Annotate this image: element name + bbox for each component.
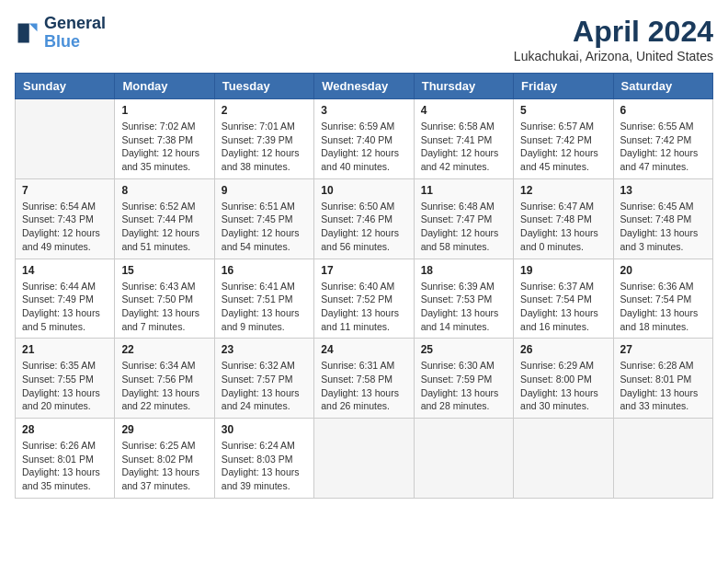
calendar-cell	[16, 99, 115, 179]
day-number: 3	[321, 104, 406, 117]
day-info: Sunrise: 7:02 AMSunset: 7:38 PMDaylight:…	[121, 120, 207, 174]
day-info: Sunrise: 6:40 AMSunset: 7:52 PMDaylight:…	[321, 280, 406, 334]
day-number: 2	[222, 104, 307, 117]
calendar-cell: 3Sunrise: 6:59 AMSunset: 7:40 PMDaylight…	[314, 99, 414, 179]
day-info: Sunrise: 6:57 AMSunset: 7:42 PMDaylight:…	[520, 120, 606, 174]
day-number: 4	[421, 104, 506, 117]
logo-line1: General	[44, 15, 106, 33]
day-info: Sunrise: 6:54 AMSunset: 7:43 PMDaylight:…	[22, 200, 108, 254]
calendar-cell	[613, 419, 712, 499]
day-number: 5	[520, 104, 606, 117]
day-number: 9	[222, 184, 307, 197]
day-number: 12	[520, 184, 606, 197]
day-info: Sunrise: 6:31 AMSunset: 7:58 PMDaylight:…	[321, 359, 406, 413]
calendar-cell	[514, 419, 613, 499]
week-row-5: 28Sunrise: 6:26 AMSunset: 8:01 PMDayligh…	[16, 419, 713, 499]
calendar-cell: 27Sunrise: 6:28 AMSunset: 8:01 PMDayligh…	[613, 339, 712, 419]
logo: General Blue	[15, 15, 106, 52]
calendar-cell: 24Sunrise: 6:31 AMSunset: 7:58 PMDayligh…	[314, 339, 414, 419]
day-number: 17	[321, 264, 406, 277]
day-info: Sunrise: 6:44 AMSunset: 7:49 PMDaylight:…	[22, 280, 108, 334]
svg-rect-1	[18, 23, 29, 42]
weekday-header-wednesday: Wednesday	[314, 74, 414, 99]
calendar-cell: 25Sunrise: 6:30 AMSunset: 7:59 PMDayligh…	[414, 339, 513, 419]
calendar-cell: 30Sunrise: 6:24 AMSunset: 8:03 PMDayligh…	[214, 419, 313, 499]
title-block: April 2024 Lukachukai, Arizona, United S…	[514, 15, 713, 63]
day-number: 11	[421, 184, 506, 197]
calendar-cell: 11Sunrise: 6:48 AMSunset: 7:47 PMDayligh…	[414, 178, 513, 259]
calendar-cell	[314, 419, 414, 499]
calendar-cell: 6Sunrise: 6:55 AMSunset: 7:42 PMDaylight…	[613, 99, 712, 179]
calendar-cell: 17Sunrise: 6:40 AMSunset: 7:52 PMDayligh…	[314, 259, 414, 339]
week-row-3: 14Sunrise: 6:44 AMSunset: 7:49 PMDayligh…	[16, 259, 713, 339]
logo-text: General Blue	[44, 15, 106, 52]
day-number: 13	[620, 184, 706, 197]
day-info: Sunrise: 6:45 AMSunset: 7:48 PMDaylight:…	[620, 200, 706, 254]
calendar-cell: 13Sunrise: 6:45 AMSunset: 7:48 PMDayligh…	[613, 178, 712, 259]
day-info: Sunrise: 6:48 AMSunset: 7:47 PMDaylight:…	[421, 200, 506, 254]
calendar-cell: 26Sunrise: 6:29 AMSunset: 8:00 PMDayligh…	[514, 339, 613, 419]
calendar-cell: 18Sunrise: 6:39 AMSunset: 7:53 PMDayligh…	[414, 259, 513, 339]
day-number: 14	[22, 264, 108, 277]
day-info: Sunrise: 6:30 AMSunset: 7:59 PMDaylight:…	[421, 359, 506, 413]
day-info: Sunrise: 6:28 AMSunset: 8:01 PMDaylight:…	[620, 359, 706, 413]
day-info: Sunrise: 6:37 AMSunset: 7:54 PMDaylight:…	[520, 280, 606, 334]
weekday-header-sunday: Sunday	[16, 74, 115, 99]
calendar-cell: 21Sunrise: 6:35 AMSunset: 7:55 PMDayligh…	[16, 339, 115, 419]
calendar-cell: 19Sunrise: 6:37 AMSunset: 7:54 PMDayligh…	[514, 259, 613, 339]
svg-marker-0	[29, 23, 38, 31]
calendar-cell: 1Sunrise: 7:02 AMSunset: 7:38 PMDaylight…	[115, 99, 214, 179]
week-row-4: 21Sunrise: 6:35 AMSunset: 7:55 PMDayligh…	[16, 339, 713, 419]
calendar-cell: 9Sunrise: 6:51 AMSunset: 7:45 PMDaylight…	[214, 178, 313, 259]
weekday-header-friday: Friday	[514, 74, 613, 99]
day-number: 23	[222, 343, 307, 356]
logo-line2: Blue	[44, 33, 106, 52]
day-number: 7	[22, 184, 108, 197]
calendar-cell: 2Sunrise: 7:01 AMSunset: 7:39 PMDaylight…	[214, 99, 313, 179]
day-info: Sunrise: 6:59 AMSunset: 7:40 PMDaylight:…	[321, 120, 406, 174]
day-number: 26	[520, 343, 606, 356]
calendar-cell: 15Sunrise: 6:43 AMSunset: 7:50 PMDayligh…	[115, 259, 214, 339]
calendar-cell: 20Sunrise: 6:36 AMSunset: 7:54 PMDayligh…	[613, 259, 712, 339]
weekday-header-saturday: Saturday	[613, 74, 712, 99]
day-info: Sunrise: 7:01 AMSunset: 7:39 PMDaylight:…	[222, 120, 307, 174]
weekday-header-monday: Monday	[115, 74, 214, 99]
day-info: Sunrise: 6:41 AMSunset: 7:51 PMDaylight:…	[222, 280, 307, 334]
calendar-cell: 23Sunrise: 6:32 AMSunset: 7:57 PMDayligh…	[214, 339, 313, 419]
day-number: 16	[222, 264, 307, 277]
calendar-cell: 12Sunrise: 6:47 AMSunset: 7:48 PMDayligh…	[514, 178, 613, 259]
day-info: Sunrise: 6:58 AMSunset: 7:41 PMDaylight:…	[421, 120, 506, 174]
day-info: Sunrise: 6:36 AMSunset: 7:54 PMDaylight:…	[620, 280, 706, 334]
calendar-cell	[414, 419, 513, 499]
day-number: 25	[421, 343, 506, 356]
calendar-cell: 4Sunrise: 6:58 AMSunset: 7:41 PMDaylight…	[414, 99, 513, 179]
day-info: Sunrise: 6:24 AMSunset: 8:03 PMDaylight:…	[222, 439, 307, 493]
day-info: Sunrise: 6:34 AMSunset: 7:56 PMDaylight:…	[121, 359, 207, 413]
weekday-header-tuesday: Tuesday	[214, 74, 313, 99]
calendar-cell: 29Sunrise: 6:25 AMSunset: 8:02 PMDayligh…	[115, 419, 214, 499]
day-info: Sunrise: 6:52 AMSunset: 7:44 PMDaylight:…	[121, 200, 207, 254]
day-info: Sunrise: 6:43 AMSunset: 7:50 PMDaylight:…	[121, 280, 207, 334]
calendar-cell: 22Sunrise: 6:34 AMSunset: 7:56 PMDayligh…	[115, 339, 214, 419]
day-info: Sunrise: 6:47 AMSunset: 7:48 PMDaylight:…	[520, 200, 606, 254]
day-number: 8	[121, 184, 207, 197]
day-number: 30	[222, 423, 307, 436]
day-number: 19	[520, 264, 606, 277]
day-number: 27	[620, 343, 706, 356]
day-number: 20	[620, 264, 706, 277]
calendar-cell: 14Sunrise: 6:44 AMSunset: 7:49 PMDayligh…	[16, 259, 115, 339]
weekday-header-thursday: Thursday	[414, 74, 513, 99]
calendar-cell: 16Sunrise: 6:41 AMSunset: 7:51 PMDayligh…	[214, 259, 313, 339]
logo-icon	[15, 20, 40, 46]
day-number: 18	[421, 264, 506, 277]
day-number: 28	[22, 423, 108, 436]
day-info: Sunrise: 6:25 AMSunset: 8:02 PMDaylight:…	[121, 439, 207, 493]
day-number: 24	[321, 343, 406, 356]
day-info: Sunrise: 6:26 AMSunset: 8:01 PMDaylight:…	[22, 439, 108, 493]
calendar-table: SundayMondayTuesdayWednesdayThursdayFrid…	[15, 73, 713, 499]
calendar-cell: 5Sunrise: 6:57 AMSunset: 7:42 PMDaylight…	[514, 99, 613, 179]
calendar-cell: 10Sunrise: 6:50 AMSunset: 7:46 PMDayligh…	[314, 178, 414, 259]
day-number: 29	[121, 423, 207, 436]
day-number: 15	[121, 264, 207, 277]
day-info: Sunrise: 6:29 AMSunset: 8:00 PMDaylight:…	[520, 359, 606, 413]
